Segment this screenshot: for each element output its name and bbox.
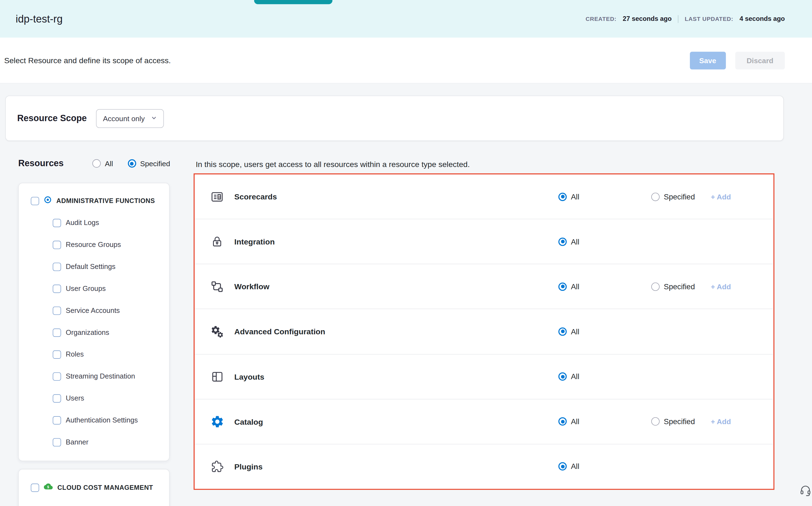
row-controls: All (559, 237, 740, 246)
chevron-down-icon (151, 114, 157, 122)
radio-all-label: All (571, 282, 580, 290)
item-label: Default Settings (66, 263, 116, 271)
item-checkbox[interactable] (53, 438, 61, 446)
radio-specified[interactable]: Specified (651, 192, 711, 201)
resources-header: Resources All Specified (18, 158, 170, 169)
radio-specified[interactable]: Specified (651, 282, 711, 290)
list-item[interactable]: Recommendations (19, 499, 169, 506)
item-checkbox[interactable] (53, 350, 61, 359)
item-checkbox[interactable] (53, 416, 61, 424)
radio-all[interactable]: All (559, 192, 651, 201)
radio-all-label: All (571, 462, 580, 471)
group-header-administrative-functions: ADMINISTRATIVE FUNCTIONS (19, 183, 169, 212)
plugins-icon (209, 460, 225, 473)
radio-specified-label: Specified (140, 159, 170, 168)
scope-row-advanced-configuration: Advanced Configuration All (195, 309, 773, 354)
list-item[interactable]: Resource Groups (19, 234, 169, 256)
item-label: User Groups (66, 284, 106, 293)
row-controls: All (559, 327, 740, 336)
toolbar-actions: Save Discard (690, 51, 785, 69)
item-checkbox[interactable] (53, 241, 61, 249)
list-item[interactable]: Authentication Settings (19, 409, 169, 431)
add-button[interactable]: + Add (711, 192, 740, 201)
radio-all-label: All (571, 192, 580, 201)
resource-scope-dropdown[interactable]: Account only (96, 109, 164, 128)
item-label: Organizations (66, 329, 109, 337)
list-item[interactable]: Users (19, 388, 169, 410)
catalog-icon (209, 415, 225, 429)
svg-text:8: 8 (218, 195, 220, 199)
radio-all[interactable]: All (559, 237, 651, 246)
app-window: idp-test-rg CREATED: 27 seconds ago LAST… (0, 0, 812, 506)
list-item[interactable]: Default Settings (19, 256, 169, 278)
radio-specified[interactable]: Specified (651, 417, 711, 425)
top-toast-indicator (254, 0, 332, 4)
radio-all[interactable]: All (559, 462, 651, 471)
item-checkbox[interactable] (53, 219, 61, 227)
resources-radio-all[interactable]: All (92, 159, 113, 168)
item-label: Banner (66, 438, 89, 446)
item-label: Streaming Destination (66, 372, 135, 381)
integration-icon (209, 235, 225, 248)
list-item[interactable]: Roles (19, 344, 169, 366)
action-toolbar: Select Resource and define its scope of … (0, 37, 812, 84)
radio-circle-checked (559, 417, 567, 425)
list-item[interactable]: Streaming Destination (19, 366, 169, 388)
resource-scope-selected-value: Account only (103, 114, 145, 122)
item-checkbox[interactable] (53, 263, 61, 271)
add-button[interactable]: + Add (711, 282, 740, 290)
radio-circle-checked (128, 159, 136, 168)
scope-row-workflow: Workflow All Specified + Add (195, 264, 773, 309)
resource-type-label: Integration (234, 237, 275, 246)
radio-all-label: All (571, 372, 580, 381)
resource-type-label: Catalog (234, 417, 263, 426)
group-checkbox[interactable] (31, 483, 39, 491)
resource-group-card-administrative-functions: ADMINISTRATIVE FUNCTIONS Audit Logs Reso… (18, 183, 170, 461)
last-updated-label: LAST UPDATED: (685, 16, 733, 22)
radio-circle (92, 159, 100, 168)
list-item[interactable]: Banner (19, 431, 169, 453)
item-checkbox[interactable] (53, 284, 61, 293)
item-checkbox[interactable] (53, 372, 61, 381)
add-button[interactable]: + Add (711, 417, 740, 425)
save-button[interactable]: Save (690, 51, 725, 69)
resource-group-card-cloud-cost-management: $ CLOUD COST MANAGEMENT Recommendations (18, 469, 170, 506)
list-item[interactable]: Service Accounts (19, 300, 169, 322)
row-controls: All Specified + Add (559, 282, 740, 290)
scope-row-plugins: Plugins All (195, 444, 773, 489)
help-headset-icon[interactable] (799, 485, 811, 499)
workflow-icon (209, 280, 225, 293)
resource-type-label: Scorecards (234, 192, 277, 201)
radio-circle-checked (559, 462, 567, 471)
list-item[interactable]: User Groups (19, 278, 169, 300)
radio-circle-checked (559, 192, 567, 201)
radio-circle (651, 282, 659, 290)
radio-all-label: All (571, 327, 580, 336)
group-checkbox[interactable] (31, 197, 39, 205)
admin-functions-icon (44, 196, 52, 206)
svg-text:$: $ (47, 485, 49, 489)
radio-all[interactable]: All (559, 282, 651, 290)
radio-specified-label: Specified (664, 282, 695, 290)
row-controls: All (559, 462, 740, 471)
row-controls: All Specified + Add (559, 192, 740, 201)
item-checkbox[interactable] (53, 307, 61, 315)
radio-all[interactable]: All (559, 372, 651, 381)
resources-radio-specified[interactable]: Specified (128, 159, 170, 168)
item-checkbox[interactable] (53, 329, 61, 337)
radio-all[interactable]: All (559, 327, 651, 336)
group-name: CLOUD COST MANAGEMENT (58, 484, 153, 491)
meta-divider (678, 15, 679, 23)
created-value: 27 seconds ago (623, 15, 672, 22)
list-item[interactable]: Audit Logs (19, 212, 169, 234)
item-checkbox[interactable] (53, 394, 61, 403)
radio-circle-checked (559, 327, 567, 336)
list-item[interactable]: Organizations (19, 322, 169, 344)
page-title: idp-test-rg (16, 13, 63, 25)
scope-row-integration: Integration All (195, 220, 773, 264)
item-label: Authentication Settings (66, 416, 138, 424)
radio-all[interactable]: All (559, 417, 651, 425)
scorecards-icon: 8 (209, 190, 225, 203)
discard-button[interactable]: Discard (735, 51, 785, 69)
radio-circle (651, 417, 659, 425)
